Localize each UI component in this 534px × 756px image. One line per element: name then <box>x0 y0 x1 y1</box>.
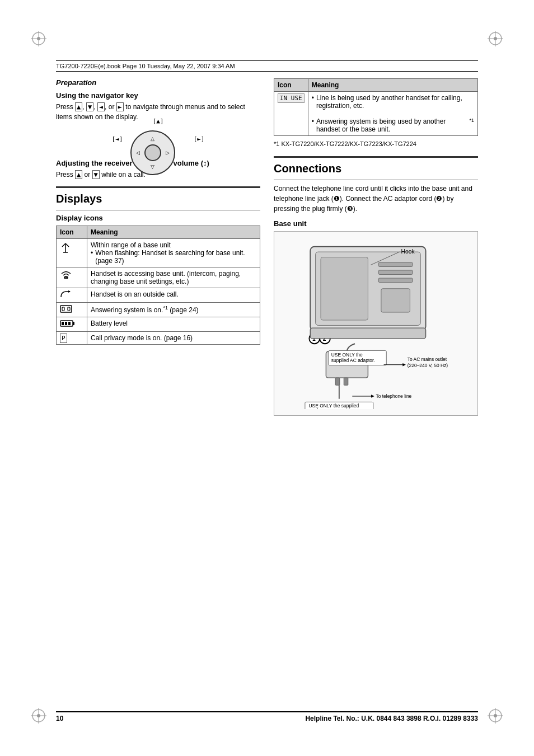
key-up: ▲ <box>75 102 82 111</box>
base-unit-diagram: Hook 1 2 <box>274 231 478 416</box>
svg-rect-44 <box>310 328 425 339</box>
svg-text:Hook: Hook <box>401 248 415 255</box>
bullet-2: Answering system is being used by anothe… <box>312 118 474 133</box>
meta-line: TG7200-7220E(e).book Page 10 Tuesday, Ma… <box>56 60 478 72</box>
in-use-row: IN USE Line is being used by another han… <box>274 92 478 136</box>
svg-rect-39 <box>381 289 410 312</box>
reg-mark-br <box>488 708 503 725</box>
navigator-diagram: [▲] [▼] [◄] [►] △ ▽ ◁ ▷ <box>56 128 260 150</box>
in-use-footnote: *1 KX-TG7220/KX-TG7222/KX-TG7223/KX-TG72… <box>274 140 478 147</box>
preparation-heading: Preparation <box>56 78 260 87</box>
right-column: Icon Meaning IN USE Line is being used b… <box>274 78 478 421</box>
in-use-header-icon: Icon <box>274 79 308 92</box>
diagram-svg: Hook 1 2 <box>279 236 473 409</box>
svg-text:USE ONLY the: USE ONLY the <box>331 352 363 358</box>
in-use-table: Icon Meaning IN USE Line is being used b… <box>274 78 478 136</box>
table-row: Battery level <box>57 317 260 332</box>
divider-displays <box>56 186 260 188</box>
svg-marker-56 <box>371 395 374 398</box>
svg-rect-28 <box>62 322 64 325</box>
divider-connections-thin <box>274 180 478 180</box>
reg-mark-tr <box>488 31 503 48</box>
icon-outside-call <box>57 288 87 303</box>
table-row: P Call privacy mode is on. (page 16) <box>57 332 260 345</box>
in-use-meaning: Line is being used by another handset fo… <box>308 92 477 136</box>
svg-text:To telephone line: To telephone line <box>376 393 412 399</box>
svg-rect-47 <box>344 378 348 385</box>
nav-wrapper: [▲] [▼] [◄] [►] △ ▽ ◁ ▷ <box>128 128 189 150</box>
meaning-base-access: Handset is accessing base unit. (interco… <box>87 267 260 288</box>
svg-rect-29 <box>65 322 67 325</box>
nav-arrow-left-icon: ◁ <box>136 150 140 156</box>
navigator-title: Using the navigator key <box>56 91 260 100</box>
table-row: Answering system is on.*1 (page 24) <box>57 303 260 317</box>
svg-text:To AC mains outlet: To AC mains outlet <box>407 356 447 362</box>
reg-mark-bl <box>31 708 46 725</box>
reg-mark-tl <box>31 31 46 48</box>
svg-point-21 <box>65 277 67 279</box>
connections-title: Connections <box>274 162 478 175</box>
meaning-antenna: Within range of a base unit When flashin… <box>87 239 260 267</box>
icon-battery <box>57 317 87 332</box>
two-column-layout: Preparation Using the navigator key Pres… <box>56 78 478 421</box>
table-header-icon: Icon <box>57 226 87 239</box>
svg-marker-22 <box>68 290 71 293</box>
page-footer: 10 Helpline Tel. No.: U.K. 0844 843 3898… <box>56 711 478 722</box>
svg-text:(220–240 V, 50 Hz): (220–240 V, 50 Hz) <box>407 363 448 368</box>
svg-rect-38 <box>378 278 413 283</box>
nav-circle: △ ▽ ◁ ▷ <box>130 130 175 175</box>
in-use-header-meaning: Meaning <box>308 79 477 92</box>
connections-body: Connect the telephone line cord until it… <box>274 184 478 214</box>
icon-antenna <box>57 239 87 267</box>
svg-rect-27 <box>73 322 74 325</box>
svg-rect-33 <box>321 257 368 321</box>
nav-label-left: [◄] <box>112 135 123 143</box>
svg-rect-30 <box>68 322 71 325</box>
svg-rect-25 <box>68 307 70 311</box>
nav-inner-circle <box>144 144 161 161</box>
svg-rect-46 <box>335 378 340 385</box>
meaning-answering: Answering system is on.*1 (page 24) <box>87 303 260 317</box>
icon-base-access <box>57 267 87 288</box>
nav-arrow-down-icon: ▽ <box>151 164 154 170</box>
svg-line-18 <box>65 243 69 247</box>
left-column: Preparation Using the navigator key Pres… <box>56 78 260 421</box>
key-right: ► <box>116 102 124 111</box>
divider-connections <box>274 156 478 158</box>
svg-marker-52 <box>402 363 406 367</box>
table-row: Handset is accessing base unit. (interco… <box>57 267 260 288</box>
in-use-label: IN USE <box>278 93 305 103</box>
meta-text: TG7200-7220E(e).book Page 10 Tuesday, Ma… <box>56 63 235 69</box>
content-area: Preparation Using the navigator key Pres… <box>56 78 478 700</box>
key-left: ◄ <box>97 102 105 111</box>
table-header-meaning: Meaning <box>87 226 260 239</box>
displays-title: Displays <box>56 192 260 205</box>
svg-rect-36 <box>378 262 413 267</box>
meaning-battery: Battery level <box>87 317 260 332</box>
meaning-outside-call: Handset is on an outside call. <box>87 288 260 303</box>
nav-arrow-up-icon: △ <box>151 136 154 142</box>
key-vol-up: ▲ <box>75 170 82 179</box>
svg-rect-37 <box>378 270 413 275</box>
helpline-text: Helpline Tel. No.: U.K. 0844 843 3898 R.… <box>305 715 478 722</box>
svg-rect-24 <box>62 307 64 311</box>
page-number: 10 <box>56 715 63 722</box>
key-down: ▼ <box>86 102 93 111</box>
svg-line-17 <box>62 243 65 247</box>
svg-text:supplied AC adaptor.: supplied AC adaptor. <box>331 358 375 363</box>
display-icons-table: Icon Meaning <box>56 226 260 345</box>
nav-label-right: [►] <box>194 135 205 143</box>
page: TG7200-7220E(e).book Page 10 Tuesday, Ma… <box>0 0 534 756</box>
icon-answering <box>57 303 87 317</box>
icon-privacy: P <box>57 332 87 345</box>
nav-arrow-right-icon: ▷ <box>166 150 170 156</box>
table-row: Within range of a base unit When flashin… <box>57 239 260 267</box>
in-use-icon-cell: IN USE <box>274 92 308 136</box>
base-unit-label: Base unit <box>274 219 478 228</box>
key-vol-down: ▼ <box>92 170 100 179</box>
nav-label-up: [▲] <box>153 118 164 125</box>
table-row: Handset is on an outside call. <box>57 288 260 303</box>
display-icons-title: Display icons <box>56 214 260 222</box>
divider-display-icons <box>56 210 260 210</box>
svg-text:cord.: cord. <box>308 407 319 409</box>
